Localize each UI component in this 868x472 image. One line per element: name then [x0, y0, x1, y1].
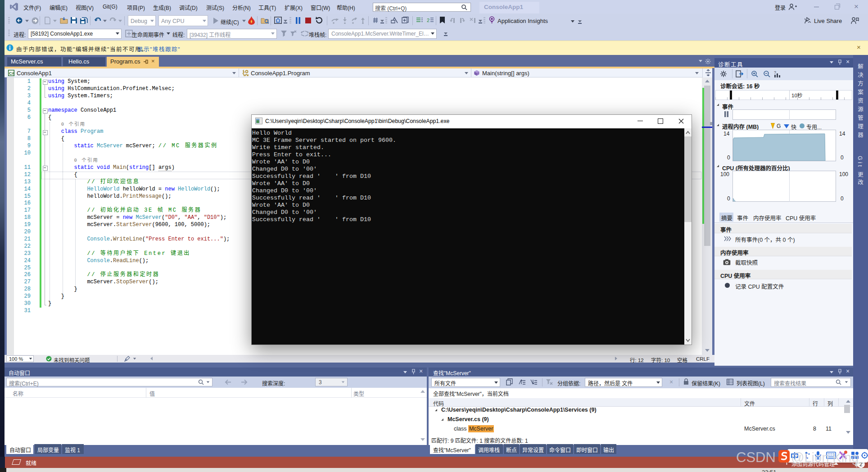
- svg-text:?: ?: [774, 70, 776, 75]
- svg-text:C#: C#: [9, 71, 14, 76]
- svg-text:2: 2: [427, 18, 429, 23]
